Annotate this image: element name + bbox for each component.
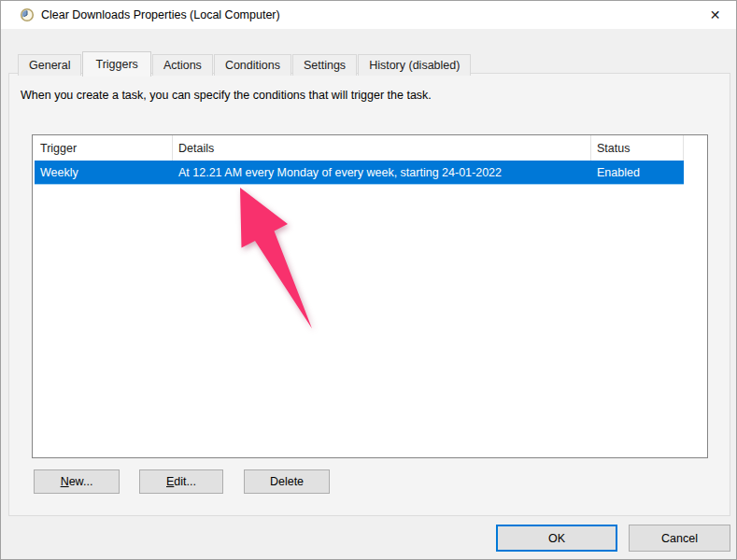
- ok-button[interactable]: OK: [496, 525, 617, 552]
- tab-conditions[interactable]: Conditions: [214, 54, 291, 76]
- new-button-accesskey: N: [61, 475, 69, 488]
- tab-strip: General Triggers Actions Conditions Sett…: [18, 51, 472, 76]
- properties-dialog: Clear Downloads Properties (Local Comput…: [0, 0, 737, 560]
- window-title: Clear Downloads Properties (Local Comput…: [41, 8, 280, 21]
- triggers-list: Trigger Details Status Weekly At 12.21 A…: [32, 134, 708, 458]
- column-header-details[interactable]: Details: [173, 135, 591, 161]
- list-header: Trigger Details Status: [35, 135, 707, 161]
- tab-history[interactable]: History (disabled): [358, 54, 471, 76]
- edit-button[interactable]: Edit...: [139, 469, 223, 494]
- cancel-button[interactable]: Cancel: [629, 525, 730, 552]
- tab-general[interactable]: General: [18, 54, 81, 76]
- column-header-trigger[interactable]: Trigger: [35, 135, 173, 161]
- new-button-label: ew...: [69, 475, 93, 488]
- tab-actions[interactable]: Actions: [152, 54, 213, 76]
- close-icon[interactable]: ✕: [694, 1, 736, 29]
- details-cell: At 12.21 AM every Monday of every week, …: [173, 161, 591, 184]
- clock-icon: [20, 7, 35, 22]
- new-button[interactable]: New...: [34, 469, 120, 494]
- column-header-filler: [684, 135, 707, 161]
- tab-settings[interactable]: Settings: [292, 54, 357, 76]
- status-cell: Enabled: [591, 161, 684, 184]
- delete-button[interactable]: Delete: [244, 469, 330, 494]
- page-description: When you create a task, you can specify …: [21, 89, 432, 102]
- column-header-status[interactable]: Status: [591, 135, 684, 161]
- tab-triggers[interactable]: Triggers: [82, 51, 150, 77]
- edit-button-label: dit...: [174, 475, 196, 488]
- trigger-row-selected[interactable]: Weekly At 12.21 AM every Monday of every…: [35, 161, 684, 185]
- trigger-cell: Weekly: [35, 161, 173, 184]
- title-bar: Clear Downloads Properties (Local Comput…: [1, 1, 736, 29]
